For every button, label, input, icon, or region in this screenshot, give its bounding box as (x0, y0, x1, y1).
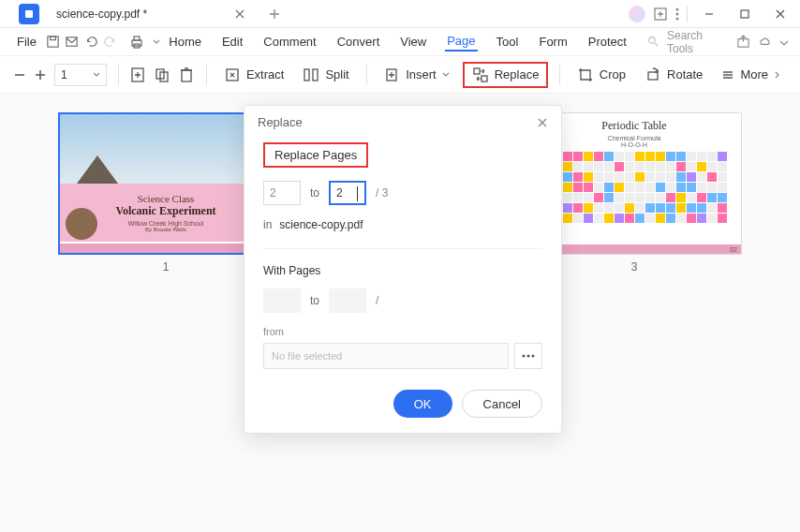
crop-button[interactable]: Crop (571, 65, 631, 85)
thumb1-line3: Willow Creek High School (128, 220, 204, 227)
from-label: from (263, 326, 542, 337)
svg-rect-22 (474, 68, 480, 74)
menubar: File Home Edit Comment Convert View Page… (0, 28, 800, 56)
periodic-sub2: H-O-O-H (533, 141, 735, 148)
slash-label: / (376, 294, 378, 307)
svg-point-12 (649, 37, 656, 44)
thumb1-line4: By Brooke Wells (145, 227, 186, 232)
cloud-icon[interactable] (758, 35, 772, 49)
close-tab-icon[interactable] (233, 7, 246, 21)
svg-rect-0 (25, 10, 33, 18)
menu-page[interactable]: Page (445, 32, 477, 52)
more-label: More (740, 67, 768, 81)
svg-rect-10 (134, 37, 140, 40)
ok-button[interactable]: OK (393, 390, 452, 418)
redo-icon[interactable] (102, 31, 120, 53)
user-avatar-icon[interactable] (629, 6, 645, 22)
browse-file-button[interactable] (514, 343, 542, 369)
svg-rect-24 (648, 72, 658, 80)
separator (687, 6, 688, 22)
in-label: in (263, 218, 272, 231)
kebab-menu-icon[interactable] (675, 7, 679, 21)
thumb1-line1: Science Class (138, 193, 195, 204)
insert-label: Insert (406, 67, 437, 81)
divider (263, 248, 542, 249)
to-label: to (310, 186, 319, 200)
replace-button[interactable]: Replace (463, 62, 549, 88)
rotate-button[interactable]: Rotate (639, 65, 708, 85)
zoom-in-icon[interactable] (34, 62, 47, 88)
search-icon[interactable] (647, 36, 659, 48)
thumb3-number: 3 (631, 260, 638, 273)
expand-icon[interactable] (779, 37, 789, 47)
print-icon[interactable] (128, 31, 146, 53)
menu-tool[interactable]: Tool (495, 33, 521, 51)
close-window-button[interactable] (766, 5, 794, 23)
periodic-grid (533, 152, 735, 223)
svg-rect-8 (67, 37, 77, 46)
new-tab-button[interactable] (265, 5, 284, 23)
menu-edit[interactable]: Edit (220, 33, 244, 51)
document-tab[interactable]: science-copy.pdf * (47, 3, 256, 25)
dialog-close-icon[interactable] (537, 117, 548, 128)
thumb1-number: 1 (163, 260, 170, 273)
page-toolbar: 1 Extract Split Insert Replace Crop Rota… (0, 56, 800, 94)
save-icon[interactable] (44, 31, 62, 53)
replace-label: Replace (495, 67, 540, 81)
total-pages: / 3 (376, 186, 388, 200)
periodic-sub1: Chemical Formula (533, 135, 735, 141)
share-box-icon[interactable] (653, 7, 668, 22)
replace-to-input[interactable]: 2 (329, 181, 366, 205)
blank-page-icon[interactable] (129, 62, 146, 88)
extract-label: Extract (246, 67, 284, 81)
thumb-page-1[interactable]: Science Class Volcanic Experiment Willow… (58, 112, 274, 273)
insert-button[interactable]: Insert (378, 65, 455, 85)
svg-rect-5 (741, 10, 748, 18)
with-from-input[interactable] (263, 288, 301, 313)
rotate-label: Rotate (667, 67, 703, 81)
svg-rect-20 (313, 69, 318, 81)
titlebar: science-copy.pdf * (0, 0, 800, 28)
svg-rect-23 (481, 76, 487, 81)
svg-point-2 (676, 7, 679, 10)
extract-button[interactable]: Extract (218, 65, 289, 85)
replace-pages-heading: Replace Pages (263, 142, 368, 168)
mail-icon[interactable] (64, 31, 81, 53)
menu-protect[interactable]: Protect (586, 33, 629, 51)
chevron-down-icon[interactable] (148, 31, 166, 53)
share-icon[interactable] (736, 35, 750, 49)
menu-view[interactable]: View (398, 33, 428, 51)
in-filename: science-copy.pdf (279, 218, 363, 231)
file-menu[interactable]: File (11, 35, 42, 49)
undo-icon[interactable] (82, 31, 100, 53)
svg-point-3 (676, 12, 679, 15)
split-label: Split (325, 67, 348, 81)
menu-comment[interactable]: Comment (261, 33, 318, 51)
cancel-button[interactable]: Cancel (462, 390, 542, 418)
thumb1-line2: Volcanic Experiment (115, 204, 215, 218)
delete-page-icon[interactable] (178, 62, 195, 88)
menu-home[interactable]: Home (167, 33, 203, 51)
svg-rect-7 (50, 37, 55, 40)
replace-from-input[interactable]: 2 (263, 181, 301, 205)
more-button[interactable]: More (716, 66, 787, 83)
maximize-button[interactable] (731, 5, 759, 23)
svg-point-27 (532, 355, 535, 358)
dropdown-chevron-icon[interactable] (93, 71, 100, 79)
menu-convert[interactable]: Convert (335, 33, 382, 51)
zoom-out-icon[interactable] (13, 62, 26, 88)
with-to-input[interactable] (329, 288, 366, 313)
svg-point-25 (523, 355, 526, 358)
file-path-input[interactable]: No file selected (263, 343, 509, 369)
crop-label: Crop (600, 67, 626, 81)
minimize-button[interactable] (695, 5, 723, 23)
menu-form[interactable]: Form (537, 33, 569, 51)
search-tools-input[interactable]: Search Tools (667, 29, 709, 55)
app-icon (19, 4, 39, 24)
page-number-input[interactable]: 1 (54, 64, 107, 86)
split-button[interactable]: Split (297, 65, 354, 85)
duplicate-page-icon[interactable] (154, 62, 170, 88)
periodic-title: Periodic Table (533, 119, 735, 133)
thumb3-badge: 02 (730, 246, 737, 253)
svg-rect-17 (182, 70, 191, 81)
